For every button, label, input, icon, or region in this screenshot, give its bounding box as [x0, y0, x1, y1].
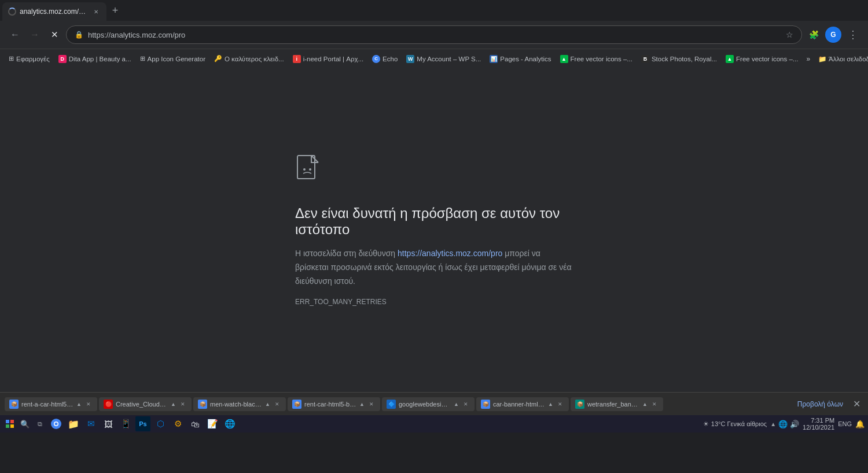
- bookmark-item-4[interactable]: 🔑 Ο καλύτερος κλειδ...: [210, 53, 288, 64]
- taskbar-notes-icon[interactable]: 📝: [205, 416, 220, 431]
- taskbar-time: 7:31 PM: [803, 417, 834, 424]
- taskbar-explorer-icon[interactable]: 📁: [66, 416, 81, 431]
- bookmark-item-5[interactable]: i i-need Portal | Αρχ...: [289, 53, 367, 65]
- volume-icon[interactable]: 🔊: [790, 420, 799, 428]
- taskbar-app7-icon[interactable]: ⚙: [170, 416, 185, 431]
- profile-button[interactable]: G: [825, 27, 841, 43]
- bookmark-item-11[interactable]: ▲ Free vector icons –...: [722, 53, 802, 65]
- svg-point-1: [303, 168, 306, 171]
- bookmark-folder-others-label: Άλλοι σελιδοδείκτες: [829, 56, 868, 62]
- download-4-close[interactable]: ✕: [367, 400, 376, 408]
- taskbar-weather[interactable]: ☀ 13°C Γενικά αίθριος: [703, 420, 767, 428]
- bookmark-item-6[interactable]: C Echo: [368, 53, 402, 65]
- download-6-close[interactable]: ✕: [556, 400, 564, 408]
- download-4-chevron[interactable]: ▲: [359, 401, 365, 407]
- download-item-7[interactable]: 📦 wetransfer_banners....zip ▲ ✕: [571, 397, 663, 411]
- taskbar-ps-icon[interactable]: Ps: [135, 416, 150, 431]
- taskbar-sys-icons: ▲ 🌐 🔊: [770, 420, 799, 428]
- new-tab-button[interactable]: +: [107, 2, 123, 19]
- extensions-button[interactable]: 🧩: [806, 27, 822, 43]
- notification-button[interactable]: 🔔: [855, 420, 865, 428]
- taskbar-vscode-icon[interactable]: ⬡: [153, 416, 168, 431]
- download-3-chevron[interactable]: ▲: [265, 401, 270, 407]
- task-view-button[interactable]: ⧉: [34, 417, 46, 430]
- forward-button[interactable]: →: [27, 27, 43, 43]
- bookmark-item-8[interactable]: 📊 Pages - Analytics: [486, 53, 555, 65]
- download-1-close[interactable]: ✕: [84, 400, 93, 408]
- download-item-5[interactable]: 🔷 googlewebdesign....exe ▲ ✕: [382, 397, 475, 411]
- download-2-icon: 🔴: [104, 400, 113, 409]
- bookmark-star-icon[interactable]: ☆: [786, 30, 793, 39]
- download-3-close[interactable]: ✕: [273, 400, 281, 408]
- taskbar-chrome-icon[interactable]: [49, 416, 64, 431]
- arrow-up-icon[interactable]: ▲: [770, 421, 776, 427]
- bookmark-item-9[interactable]: ▲ Free vector icons –...: [556, 53, 637, 65]
- bookmark-9-icon: ▲: [560, 55, 568, 63]
- taskbar-datetime[interactable]: 7:31 PM 12/10/2021: [803, 417, 834, 431]
- download-2-filename: Creative_Cloud_Se....exe: [116, 401, 168, 408]
- bookmark-5-label: i-need Portal | Αρχ...: [303, 56, 363, 62]
- download-2-chevron[interactable]: ▲: [171, 401, 176, 407]
- download-5-close[interactable]: ✕: [462, 400, 470, 408]
- search-taskbar[interactable]: 🔍: [19, 417, 31, 430]
- bookmark-8-label: Pages - Analytics: [500, 56, 551, 62]
- address-bar-row: ← → ✕ 🔒 https://analytics.moz.com/pro ☆ …: [0, 21, 868, 49]
- bookmark-8-icon: 📊: [490, 55, 498, 63]
- weather-icon: ☀: [703, 420, 709, 428]
- download-item-3[interactable]: 📦 men-watch-black-f....zip ▲ ✕: [193, 397, 286, 411]
- active-tab[interactable]: analytics.moz.com/pro ✕: [2, 2, 106, 21]
- download-2-close[interactable]: ✕: [179, 400, 187, 408]
- download-item-1[interactable]: 📦 rent-a-car-html5-b....zip ▲ ✕: [5, 397, 97, 411]
- active-tab-label: analytics.moz.com/pro: [20, 8, 88, 16]
- svg-point-9: [55, 423, 58, 426]
- main-content: Δεν είναι δυνατή η πρόσβαση σε αυτόν τον…: [0, 68, 868, 392]
- bookmark-10-label: Stock Photos, Royal...: [652, 56, 717, 62]
- bookmark-4-icon: 🔑: [214, 55, 222, 62]
- download-7-chevron[interactable]: ▲: [642, 401, 648, 407]
- bookmark-item-3[interactable]: ⊞ App Icon Generator: [136, 53, 209, 64]
- bookmark-6-label: Echo: [382, 56, 398, 62]
- bookmark-folder-others[interactable]: 📁 Άλλοι σελιδοδείκτες: [814, 53, 868, 65]
- download-5-chevron[interactable]: ▲: [454, 401, 459, 407]
- svg-point-2: [309, 168, 311, 171]
- download-item-2[interactable]: 🔴 Creative_Cloud_Se....exe ▲ ✕: [99, 397, 192, 411]
- taskbar-browser2-icon[interactable]: 🌐: [222, 416, 237, 431]
- bookmark-item-2[interactable]: D Dita App | Beauty a...: [54, 53, 135, 65]
- download-7-icon: 📦: [575, 400, 584, 409]
- svg-rect-6: [10, 424, 14, 428]
- bookmark-2-label: Dita App | Beauty a...: [69, 56, 131, 62]
- bookmark-item-7[interactable]: W My Account – WP S...: [402, 53, 485, 65]
- svg-rect-4: [10, 420, 14, 423]
- address-bar[interactable]: 🔒 https://analytics.moz.com/pro ☆: [66, 25, 802, 44]
- tab-loading-spinner: [8, 8, 16, 16]
- download-6-filename: car-banner-html5-....zip: [493, 401, 545, 408]
- settings-button[interactable]: ⋮: [845, 27, 861, 43]
- bookmark-10-icon: B: [641, 55, 649, 63]
- network-icon[interactable]: 🌐: [778, 420, 788, 428]
- download-6-chevron[interactable]: ▲: [548, 401, 553, 407]
- download-5-icon: 🔷: [387, 400, 396, 409]
- reload-button[interactable]: ✕: [46, 27, 62, 43]
- bookmark-item-10[interactable]: B Stock Photos, Royal...: [637, 53, 721, 65]
- download-item-6[interactable]: 📦 car-banner-html5-....zip ▲ ✕: [476, 397, 569, 411]
- bookmarks-overflow-button[interactable]: »: [803, 53, 814, 65]
- bookmark-item-1[interactable]: ⊞ Εφαρμογές: [5, 53, 54, 64]
- downloads-bar-close-button[interactable]: ✕: [849, 397, 863, 411]
- taskbar-mail-icon[interactable]: ✉: [83, 416, 98, 431]
- show-all-downloads-button[interactable]: Προβολή όλων: [793, 398, 848, 411]
- back-button[interactable]: ←: [7, 27, 23, 43]
- active-tab-close[interactable]: ✕: [91, 7, 101, 16]
- bookmark-3-icon: ⊞: [140, 55, 145, 62]
- error-title: Δεν είναι δυνατή η πρόσβαση σε αυτόν τον…: [295, 205, 573, 238]
- download-item-4[interactable]: 📦 rent-car-html5-ban....zip ▲ ✕: [288, 397, 380, 411]
- svg-rect-0: [297, 156, 315, 179]
- error-url-link[interactable]: https://analytics.moz.com/pro: [398, 249, 502, 258]
- bookmark-2-icon: D: [58, 55, 67, 63]
- start-button[interactable]: [3, 417, 16, 430]
- download-7-close[interactable]: ✕: [650, 400, 659, 408]
- taskbar-viber-icon[interactable]: 📱: [118, 416, 133, 431]
- download-1-chevron[interactable]: ▲: [76, 401, 82, 407]
- download-1-icon: 📦: [9, 400, 19, 409]
- taskbar-photos-icon[interactable]: 🖼: [101, 416, 116, 431]
- taskbar-store-icon[interactable]: 🛍: [187, 416, 203, 431]
